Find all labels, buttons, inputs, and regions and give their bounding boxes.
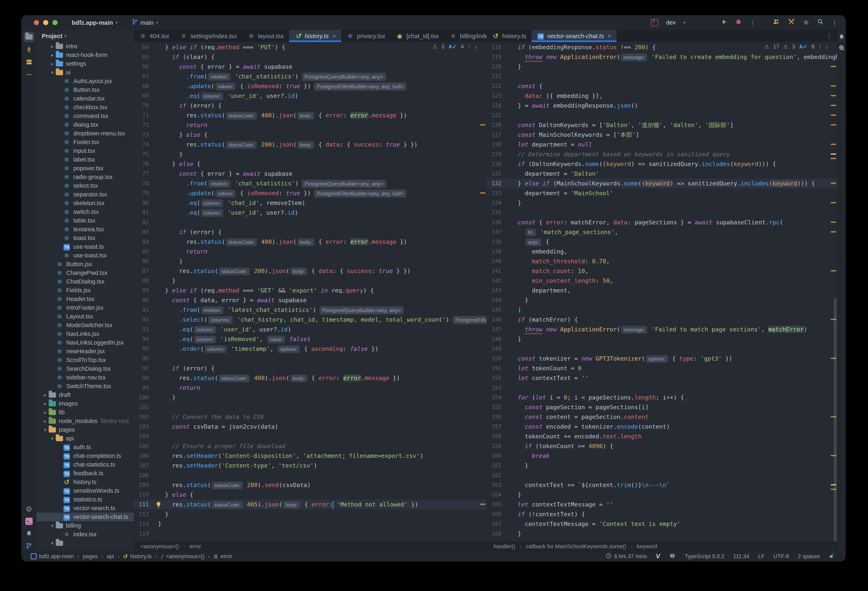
tree-item[interactable]: ⚛Button.jsx: [37, 260, 134, 268]
code-line-138[interactable]: 138 args: {: [487, 237, 837, 247]
language-level-widget[interactable]: TypeScript 5.0.2: [685, 553, 724, 560]
inspections-widget-right[interactable]: ⚠17⚠3A✓8↑↓: [765, 43, 828, 50]
editor-tab[interactable]: ⚛privacy.tsx: [341, 30, 390, 42]
code-line-158[interactable]: 158 tokenCount += encoded.text.length: [487, 432, 837, 441]
tree-item[interactable]: ⚛IntroFooter.jsx: [37, 304, 134, 312]
breadcrumb-item[interactable]: keyword: [637, 543, 657, 550]
tree-item[interactable]: ⚛NavLinks.jsx: [37, 330, 134, 338]
tree-item[interactable]: ⚛Header.tsx: [37, 295, 134, 304]
breadcrumb-item[interactable]: handler(): [493, 543, 515, 550]
expand-chevron-icon[interactable]: ▸: [49, 52, 56, 58]
code-line-67[interactable]: 67 .from(relation: 'chat_statistics')Pos…: [134, 72, 487, 81]
code-line-92[interactable]: 92 .select(columns: 'chat_history, chat_…: [134, 315, 487, 324]
close-window-button[interactable]: [34, 20, 39, 25]
code-line-155[interactable]: 155 const pageSection = pageSections[i]: [487, 402, 837, 412]
editor-tab[interactable]: ◉[chat_id].tsx: [390, 30, 444, 42]
code-line-89[interactable]: 89 } else if (req.method === 'GET' && 'e…: [134, 286, 487, 295]
code-line-77[interactable]: 77 const { error } = await supabase: [134, 169, 487, 178]
tree-item[interactable]: ⚛radio-group.tsx: [37, 173, 134, 181]
tree-item[interactable]: ≡index.tsx: [37, 530, 134, 539]
status-breadcrumb-item[interactable]: ↺history.ts: [123, 553, 152, 560]
code-line-120[interactable]: 120 }: [487, 62, 837, 72]
code-line-157[interactable]: 157 const encoded = tokenizer.encode(con…: [487, 422, 837, 432]
code-line-147[interactable]: 147 throw new ApplicationError(message: …: [487, 324, 837, 334]
code-line-123[interactable]: 123 data: [{ embedding }],: [487, 91, 837, 101]
tree-item[interactable]: ⚛AuthLayout.jsx: [37, 77, 134, 85]
atom-icon[interactable]: ⚛: [803, 18, 809, 27]
tree-item[interactable]: ⚛textarea.tsx: [37, 225, 134, 234]
tree-item[interactable]: ▸node_moduleslibrary root: [37, 417, 134, 425]
tree-item[interactable]: TSfeedback.ts: [37, 469, 134, 478]
inspections-widget-left[interactable]: ⚠3A✓4↑↓: [433, 43, 478, 50]
code-line-159[interactable]: 159 if (tokenCount >= 4096) {: [487, 441, 837, 451]
unlock-icon[interactable]: [829, 553, 834, 560]
code-line-162[interactable]: 162: [487, 470, 837, 480]
code-line-153[interactable]: 153: [487, 383, 837, 393]
tree-item[interactable]: ⚛Fields.jsx: [37, 286, 134, 295]
code-line-84[interactable]: 84 res.status(statusCode: 400).json(body…: [134, 237, 487, 247]
breadcrumb-item[interactable]: <anonymous>(): [141, 543, 179, 550]
tree-item[interactable]: ⚛ModeSwitcher.tsx: [37, 321, 134, 330]
code-line-88[interactable]: 88 }: [134, 276, 487, 286]
tree-item[interactable]: ⚛Button.tsx: [37, 85, 134, 94]
code-line-124[interactable]: 124 } = await embeddingResponse.json(): [487, 101, 837, 111]
branch-selector[interactable]: main ▾: [132, 18, 158, 27]
code-line-112[interactable]: 112 }: [134, 509, 487, 519]
code-line-76[interactable]: 76 } else {: [134, 159, 487, 169]
code-line-75[interactable]: 75 }: [134, 149, 487, 159]
tree-item[interactable]: ⚛ChangePwd.tsx: [37, 268, 134, 277]
tree-item[interactable]: TSvector-search-chat.ts: [37, 513, 134, 521]
code-line-93[interactable]: 93 .eq(column: 'user_id', user?.id): [134, 324, 487, 334]
code-line-70[interactable]: 70 if (error) {: [134, 101, 487, 111]
project-selector[interactable]: bdfz.app-main ▾: [72, 19, 118, 26]
code-line-160[interactable]: 160 break: [487, 451, 837, 461]
prev-problem-arrow-icon[interactable]: ↑: [819, 43, 821, 50]
tree-item[interactable]: TSchat-completion.ts: [37, 452, 134, 460]
code-line-104[interactable]: 104: [134, 432, 487, 441]
code-line-65[interactable]: 65 if (clear) {: [134, 52, 487, 62]
code-line-150[interactable]: 150 const tokenizer = new GPT3Tokenizer(…: [487, 354, 837, 363]
code-line-97[interactable]: 97 if (error) {: [134, 363, 487, 373]
code-line-80[interactable]: 80 .eq(column: 'chat_id', removeItem): [134, 198, 487, 208]
tree-item[interactable]: ⚛newHeader.jsx: [37, 347, 134, 356]
wakatime-icon[interactable]: V: [656, 553, 660, 560]
expand-chevron-icon[interactable]: ▸: [42, 410, 49, 415]
code-line-91[interactable]: 91 .from(relation: 'latest_chat_statisti…: [134, 305, 487, 315]
code-line-109[interactable]: 109 res.status(statusCode: 200).send(csv…: [134, 480, 487, 490]
code-line-82[interactable]: 82: [134, 217, 487, 227]
tool-button-notifications[interactable]: [837, 32, 846, 42]
code-line-129[interactable]: 129 // Determine department based on key…: [487, 149, 837, 159]
tree-item[interactable]: ⚛select.tsx: [37, 181, 134, 190]
tree-item[interactable]: ⚛input.tsx: [37, 146, 134, 155]
tree-item[interactable]: ⚛skeleton.tsx: [37, 199, 134, 208]
tree-item[interactable]: ▾api: [37, 434, 134, 443]
tree-item[interactable]: ⚛ChatDialog.tsx: [37, 277, 134, 286]
line-ending-widget[interactable]: LF: [758, 553, 765, 560]
code-line-113[interactable]: 113}: [134, 519, 487, 529]
code-line-102[interactable]: 102 // Convert the data to CSV: [134, 412, 487, 422]
tree-item[interactable]: ⚛table.tsx: [37, 216, 134, 225]
code-line-100[interactable]: 100 }: [134, 393, 487, 402]
code-line-101[interactable]: 101: [134, 402, 487, 412]
breadcrumb-item[interactable]: error: [189, 543, 201, 550]
tree-item[interactable]: ⚛ScrollToTop.tsx: [37, 356, 134, 364]
next-problem-arrow-icon[interactable]: ↓: [475, 43, 478, 50]
code-line-103[interactable]: 103 const csvData = json2csv(data): [134, 422, 487, 432]
tree-item[interactable]: ▸settings: [37, 59, 134, 68]
tree-item[interactable]: ⚛dropdown-menu.tsx: [37, 129, 134, 138]
debug-button[interactable]: [735, 22, 742, 26]
code-line-81[interactable]: 81 .eq(column: 'user_id', user?.id): [134, 208, 487, 217]
code-line-107[interactable]: 107 res.setHeader('Content-type', 'text/…: [134, 461, 487, 470]
code-line-105[interactable]: 105 // Ensure a proper file download: [134, 441, 487, 451]
code-line-125[interactable]: 125: [487, 111, 837, 120]
project-panel-header[interactable]: Project ▾: [37, 30, 134, 42]
caret-position-widget[interactable]: 111:34: [733, 553, 749, 560]
code-line-140[interactable]: 140 match_threshold: 0.78,: [487, 256, 837, 266]
tree-item[interactable]: ⚛label.tsx: [37, 155, 134, 164]
code-line-148[interactable]: 148 }: [487, 334, 837, 344]
code-line-79[interactable]: 79 .update(values: { isRemoved: true })P…: [134, 188, 487, 198]
collapse-chevron-icon[interactable]: ▾: [49, 523, 56, 529]
code-line-134[interactable]: 134 }: [487, 198, 837, 208]
code-line-163[interactable]: 163 contextText += `${content.trim()}\n-…: [487, 480, 837, 490]
indent-widget[interactable]: 2 spaces: [798, 553, 820, 560]
